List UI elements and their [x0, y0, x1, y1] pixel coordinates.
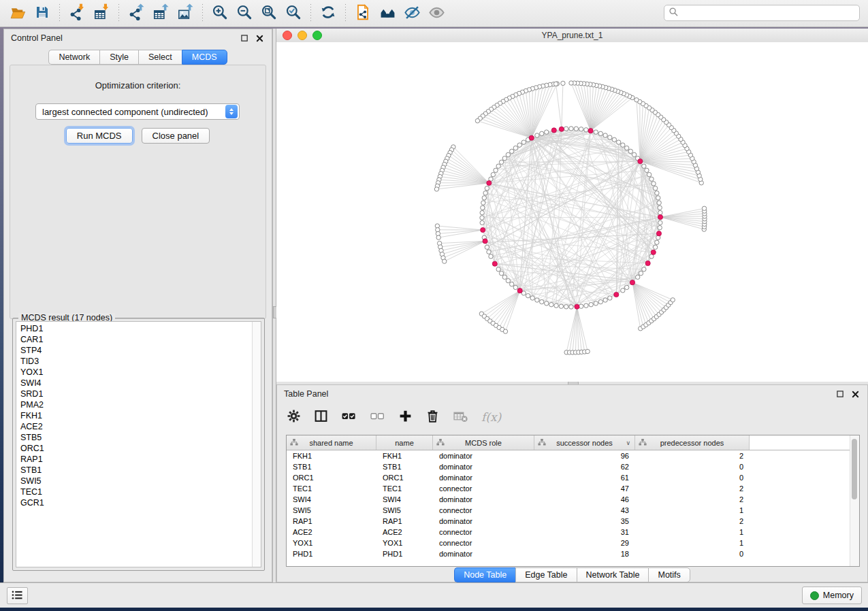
gear-icon: [287, 409, 301, 425]
column-header-name[interactable]: name: [376, 435, 433, 450]
zoom-fit-button[interactable]: [257, 2, 281, 25]
zoom-selected-button[interactable]: [281, 2, 306, 25]
mcds-result-item[interactable]: TEC1: [16, 486, 261, 497]
column-header-successor-nodes[interactable]: successor nodes∨: [534, 435, 635, 450]
column-label: shared name: [309, 439, 353, 447]
search-field[interactable]: [664, 5, 860, 21]
criterion-select[interactable]: largest connected component (undirected): [35, 103, 240, 120]
memory-button[interactable]: Memory: [802, 587, 862, 604]
mcds-result-item[interactable]: STB1: [16, 465, 261, 476]
table-header-row: shared namenameMCDS rolesuccessor nodes∨…: [287, 435, 859, 450]
tab-style[interactable]: Style: [99, 50, 138, 65]
tab-motifs[interactable]: Motifs: [648, 567, 690, 582]
table-row[interactable]: RAP1RAP1dominator352: [287, 516, 859, 527]
zoom-in-icon: [211, 3, 229, 23]
mcds-result-item[interactable]: YOX1: [16, 367, 261, 378]
open-button[interactable]: [5, 2, 30, 25]
control-panel: Control Panel NetworkStyleSelectMCDS Opt…: [3, 29, 272, 582]
scrollbar-thumb[interactable]: [852, 439, 857, 499]
list-scrollbar[interactable]: [252, 322, 261, 567]
export-image-button[interactable]: [173, 2, 197, 25]
table-row[interactable]: ORC1ORC1dominator610: [287, 472, 859, 483]
column-header-predecessor-nodes[interactable]: predecessor nodes: [635, 435, 750, 450]
table-row[interactable]: SWI5SWI5connector431: [287, 505, 859, 516]
status-bar: Memory: [0, 582, 868, 608]
mcds-result-item[interactable]: SWI5: [16, 476, 261, 486]
close-panel-icon[interactable]: [254, 33, 265, 44]
float-panel-icon[interactable]: [239, 33, 250, 44]
delete-column-button[interactable]: [425, 408, 440, 426]
create-column-button[interactable]: [398, 408, 413, 426]
toolbar-separator: [202, 4, 203, 23]
table-cell: YOX1: [376, 539, 433, 547]
tab-network[interactable]: Network: [48, 50, 99, 65]
table-cell: connector: [433, 528, 534, 536]
tab-edge-table[interactable]: Edge Table: [515, 567, 576, 582]
mcds-result-item[interactable]: CAR1: [16, 334, 261, 345]
hide-selected-button[interactable]: [400, 2, 424, 25]
close-panel-icon[interactable]: [850, 389, 861, 399]
table-row[interactable]: STB1STB1dominator620: [287, 461, 859, 472]
table-cell: 61: [534, 474, 635, 482]
table-row[interactable]: FKH1FKH1dominator962: [287, 450, 859, 461]
show-all-button[interactable]: [424, 2, 449, 25]
export-table-icon: [152, 3, 170, 23]
mcds-result-item[interactable]: SRD1: [16, 389, 261, 399]
save-button[interactable]: [30, 2, 54, 25]
table-row[interactable]: SWI4SWI4dominator462: [287, 494, 859, 505]
table-scrollbar[interactable]: [850, 435, 859, 566]
network-canvas[interactable]: [276, 42, 868, 382]
run-mcds-button[interactable]: Run MCDS: [66, 128, 133, 144]
tab-node-table[interactable]: Node Table: [454, 567, 515, 582]
table-row[interactable]: PHD1PHD1dominator180: [287, 548, 859, 559]
delete-table-button[interactable]: [453, 408, 468, 426]
import-network-button[interactable]: [65, 2, 89, 25]
control-panel-tabs: NetworkStyleSelectMCDS: [4, 50, 272, 65]
table-cell: dominator: [433, 452, 534, 460]
tab-mcds[interactable]: MCDS: [182, 50, 227, 65]
table-cell: dominator: [433, 517, 534, 525]
mcds-result-item[interactable]: STP4: [16, 345, 261, 356]
mcds-result-item[interactable]: ACE2: [16, 421, 261, 432]
zoom-in-button[interactable]: [208, 2, 232, 25]
unchecked-boxes-icon: [370, 409, 385, 425]
function-builder-button[interactable]: f(x): [481, 408, 501, 426]
table-row[interactable]: YOX1YOX1connector291: [287, 538, 859, 548]
mcds-result-item[interactable]: SWI4: [16, 378, 261, 389]
refresh-button[interactable]: [316, 2, 340, 25]
mcds-result-item[interactable]: FKH1: [16, 410, 261, 421]
optimization-criterion-label: Optimization criterion:: [10, 80, 266, 90]
export-network-button[interactable]: [124, 2, 148, 25]
network-from-selection-button[interactable]: [351, 2, 375, 25]
find-neighbors-button[interactable]: [375, 2, 400, 25]
table-cell: 43: [534, 506, 635, 514]
mcds-result-item[interactable]: GCR1: [16, 497, 261, 508]
mcds-result-item[interactable]: ORC1: [16, 443, 261, 454]
search-input[interactable]: [682, 7, 855, 18]
select-all-rows-button[interactable]: [341, 408, 357, 426]
toolbar-separator: [59, 4, 60, 23]
table-row[interactable]: ACE2ACE2connector311: [287, 527, 859, 538]
table-cell: ORC1: [376, 474, 433, 482]
deselect-all-rows-button[interactable]: [370, 408, 385, 426]
export-table-button[interactable]: [148, 2, 173, 25]
show-columns-button[interactable]: [314, 408, 328, 426]
table-panel-header: Table Panel: [277, 385, 867, 403]
import-table-button[interactable]: [89, 2, 114, 25]
table-row[interactable]: TEC1TEC1connector472: [287, 483, 859, 494]
close-panel-button[interactable]: Close panel: [142, 128, 210, 144]
mcds-result-item[interactable]: TID3: [16, 356, 261, 367]
mcds-result-item[interactable]: STB5: [16, 432, 261, 443]
float-panel-icon[interactable]: [835, 389, 846, 399]
tab-network-table[interactable]: Network Table: [577, 567, 649, 582]
table-settings-button[interactable]: [287, 408, 301, 426]
mcds-result-item[interactable]: PHD1: [16, 323, 261, 334]
column-header-shared-name[interactable]: shared name: [287, 435, 376, 450]
tab-select[interactable]: Select: [138, 50, 182, 65]
mcds-result-item[interactable]: RAP1: [16, 454, 261, 465]
column-header-MCDS-role[interactable]: MCDS role: [433, 435, 534, 450]
zoom-out-button[interactable]: [232, 2, 257, 25]
mcds-result-item[interactable]: PMA2: [16, 399, 261, 410]
table-cell: PHD1: [376, 550, 433, 558]
task-history-button[interactable]: [7, 587, 28, 604]
